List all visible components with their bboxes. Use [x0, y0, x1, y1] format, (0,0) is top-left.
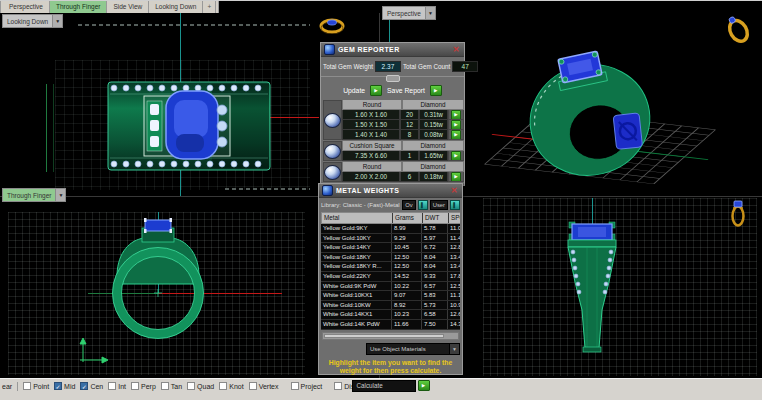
col-grams: Grams [392, 213, 422, 223]
gem-row[interactable]: 1.60 X 1.60 20 0.31tw ▶ [342, 110, 464, 120]
osnap-checkbox-int[interactable] [108, 382, 116, 390]
gem-row[interactable]: 7.35 X 6.60 1 1.65tw ▶ [342, 151, 464, 161]
gem-select-button[interactable]: ▶ [451, 151, 461, 161]
chevron-down-icon[interactable]: ▼ [425, 7, 435, 19]
osnap-int[interactable]: Int [108, 382, 126, 390]
osnap-quad[interactable]: Quad [187, 382, 214, 390]
osnap-vertex[interactable]: Vertex [249, 382, 279, 390]
osnap-knot[interactable]: Knot [219, 382, 243, 390]
ring-widget-icon[interactable] [726, 199, 750, 229]
metal-row[interactable]: Yellow Gold:22KY14.529.3317.8 [321, 272, 460, 282]
osnap-checkbox-project[interactable] [291, 382, 299, 390]
materials-dropdown[interactable]: Use Object Materials ▼ [366, 343, 460, 355]
metal-row[interactable]: White Gold:10KW8.925.7310.9 [321, 301, 460, 311]
metal-row[interactable]: Yellow Gold:18KY12.508.0413.4 [321, 253, 460, 263]
metal-weights-titlebar[interactable]: METAL WEIGHTS ✕ [319, 184, 462, 198]
gem-select-button[interactable]: ▶ [451, 110, 461, 120]
osnap-checkbox-tan[interactable] [161, 382, 169, 390]
ring-widget-icon[interactable] [317, 16, 347, 34]
osnap-project[interactable]: Project [291, 382, 323, 390]
add-tab-button[interactable]: + [203, 1, 216, 13]
viewport-label-looking-down[interactable]: Looking Down ▼ [2, 14, 63, 28]
osnap-point[interactable]: Point [23, 382, 49, 390]
osnap-checkbox-perp[interactable] [131, 382, 139, 390]
gem-actions-row: Update ▶ Save Report ▶ [321, 83, 464, 100]
osnap-checkbox-quad[interactable] [187, 382, 195, 390]
gem-row[interactable]: 1.50 X 1.50 12 0.15tw ▶ [342, 120, 464, 130]
save-report-button[interactable]: ▶ [430, 85, 442, 96]
gem-size: 1.50 X 1.50 [342, 120, 400, 130]
gem-count: 20 [400, 110, 419, 120]
ring-widget-icon[interactable] [724, 14, 752, 46]
gem-reporter-icon [324, 44, 335, 55]
ov-button[interactable]: Ov [402, 200, 415, 210]
gem-size: 2.00 X 2.00 [342, 172, 400, 182]
gem-weight: 0.08tw [419, 130, 448, 140]
metal-row[interactable]: White Gold:10KX19.075.8311.1 [321, 291, 460, 301]
splitter-handle-icon[interactable] [386, 75, 400, 82]
gem-totals-row: Total Gem Weight 2.37 Total Gem Count 47 [321, 57, 464, 75]
center-gem [145, 220, 171, 231]
gem-group: Cushion Square Diamond 7.35 X 6.60 1 1.6… [323, 141, 462, 161]
metal-row[interactable]: Yellow Gold:14KY10.456.7212.8 [321, 243, 460, 253]
gem-type-header: Diamond [402, 162, 464, 172]
gem-row[interactable]: 2.00 X 2.00 6 0.18tw ▶ [342, 172, 464, 182]
gem-weight: 0.15tw [419, 120, 448, 130]
osnap-checkbox-cen[interactable] [80, 382, 88, 390]
calculate-hint-text: Highlight the item you want to find the … [323, 359, 458, 377]
gem-row[interactable]: 1.40 X 1.40 8 0.08tw ▶ [342, 130, 464, 140]
gem-count: 1 [400, 151, 419, 161]
total-gem-weight-value[interactable]: 2.37 [375, 61, 401, 72]
gem-shape-header: Round [342, 162, 402, 172]
gem-count: 6 [400, 172, 419, 182]
osnap-checkbox-mid[interactable] [54, 382, 62, 390]
metal-row[interactable]: White Gold:14K PdW11.667.5014.3 [321, 320, 460, 330]
gem-group: Round Diamond 2.00 X 2.00 6 0.18tw ▶ [323, 162, 462, 182]
osnap-cen[interactable]: Cen [80, 382, 103, 390]
metal-row[interactable]: White Gold:9K PdW10.226.5712.5 [321, 282, 460, 292]
gem-reporter-panel: GEM REPORTER ✕ Total Gem Weight 2.37 Tot… [320, 42, 465, 186]
scrollbar-thumb[interactable] [324, 334, 444, 338]
osnap-checkbox-point[interactable] [23, 382, 31, 390]
gem-shape-header: Round [342, 100, 402, 110]
metal-row[interactable]: Yellow Gold:9KY8.995.7811.0 [321, 224, 460, 234]
gem-icon [324, 113, 341, 128]
calculate-go-button[interactable]: ▶ [418, 380, 430, 391]
close-icon[interactable]: ✕ [451, 45, 461, 55]
tab-looking-down[interactable]: Looking Down [149, 1, 203, 13]
chevron-down-icon[interactable]: ▼ [55, 189, 65, 201]
grid-edge-ticks [78, 24, 310, 26]
osnap-perp[interactable]: Perp [131, 382, 156, 390]
gem-select-button[interactable]: ▶ [451, 172, 461, 182]
chevron-down-icon[interactable]: ▼ [449, 344, 459, 354]
gem-reporter-titlebar[interactable]: GEM REPORTER ✕ [321, 43, 464, 57]
tab-through-finger[interactable]: Through Finger [50, 1, 107, 13]
metal-row[interactable]: White Gold:14KX110.236.5812.6 [321, 310, 460, 320]
ov-toggle-icon[interactable]: ▌ [418, 200, 428, 210]
osnap-checkbox-vertex[interactable] [249, 382, 257, 390]
osnap-checkbox-knot[interactable] [219, 382, 227, 390]
close-icon[interactable]: ✕ [449, 186, 459, 196]
gem-size: 1.40 X 1.40 [342, 130, 400, 140]
horizontal-scrollbar[interactable] [322, 332, 459, 340]
osnap-near[interactable]: ear [2, 382, 18, 391]
gem-group: Round Diamond 1.60 X 1.60 20 0.31tw ▶ 1.… [323, 100, 462, 140]
gem-select-button[interactable]: ▶ [451, 120, 461, 130]
panel-splitter[interactable] [321, 76, 464, 83]
calculate-button[interactable]: Calculate [352, 380, 416, 392]
osnap-tan[interactable]: Tan [161, 382, 182, 390]
tab-side-view[interactable]: Side View [107, 1, 149, 13]
gem-select-button[interactable]: ▶ [451, 130, 461, 140]
tab-perspective[interactable]: Perspective [3, 1, 50, 13]
chevron-down-icon[interactable]: ▼ [52, 15, 62, 27]
osnap-mid[interactable]: Mid [54, 382, 75, 390]
viewport-label-perspective[interactable]: Perspective ▼ [382, 6, 436, 20]
total-gem-count-value[interactable]: 47 [452, 61, 478, 72]
metal-row[interactable]: Yellow Gold:18KY R...12.508.0413.4 [321, 262, 460, 272]
update-button[interactable]: ▶ [370, 85, 382, 96]
user-button[interactable]: User [430, 200, 448, 210]
user-toggle-icon[interactable]: ▌ [450, 200, 460, 210]
viewport-label-through-finger[interactable]: Through Finger ▼ [2, 188, 66, 202]
metal-row[interactable]: Yellow Gold:10KY9.295.9711.4 [321, 234, 460, 244]
ring-render-profile [8, 212, 308, 378]
